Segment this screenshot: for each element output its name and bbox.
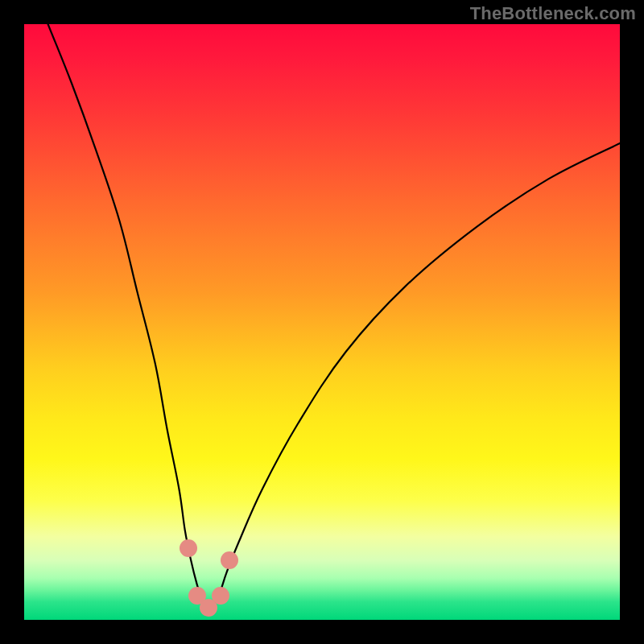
chart-frame: TheBottleneck.com [0,0,644,644]
curve-marker [212,587,229,605]
curve-marker [221,551,238,569]
curve-marker [180,539,197,557]
plot-area [24,24,620,620]
bottleneck-curve [24,24,620,608]
curve-layer [24,24,620,620]
watermark-text: TheBottleneck.com [470,3,636,24]
